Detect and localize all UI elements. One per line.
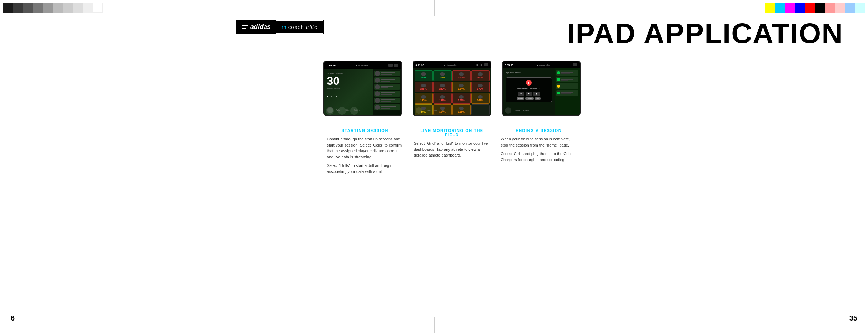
ss1-info-2	[381, 79, 399, 82]
ss2-avatar-cell-8	[478, 84, 483, 87]
swatch-dark-gray-2	[23, 3, 33, 13]
section-starting-session: STARTING SESSION Continue through the st…	[327, 128, 403, 174]
ss1-icons	[388, 64, 398, 67]
ss3-end-label-btn[interactable]: End	[535, 97, 540, 100]
ss1-panel-item-1	[374, 71, 400, 76]
ss1-panel-item-6	[374, 104, 400, 110]
ss2-avatar-cell-4	[478, 72, 483, 76]
swatch-black	[3, 3, 13, 13]
ss3-stop-btn[interactable]: ■	[533, 92, 540, 96]
reg-mark-left-bottom	[0, 328, 5, 333]
section-para-starting-2: Select "Drills" to start a drill and beg…	[327, 163, 403, 174]
ss2-avatar-cell-9	[421, 95, 426, 99]
ss3-restart-label-btn[interactable]: Restart	[517, 97, 524, 100]
section-body-starting: Continue through the start up screens an…	[327, 136, 403, 174]
ss2-value-4: 204%	[477, 76, 483, 79]
micoach-elite-text: elite	[306, 24, 318, 30]
ss1-panel-item-2	[374, 77, 400, 83]
ss3-right-item-2	[556, 77, 578, 82]
section-title-monitoring: LIVE MONITORING ON THE FIELD	[414, 128, 490, 137]
ss3-dialog: ! Do you want to end session? ↺ ▶ ■	[506, 77, 552, 102]
ss2-avatar-cell-15	[459, 107, 464, 110]
ss1-panel-item-5	[374, 98, 400, 103]
section-para-ending-2: Collect Cells and plug them into the Cel…	[501, 151, 577, 163]
ss2-adidas-icon	[416, 107, 422, 114]
ss3-wifi-icon	[573, 63, 577, 66]
reg-mark-right-bottom	[863, 328, 868, 333]
swatch-very-light-gray	[83, 3, 93, 13]
ss1-avatar-4	[375, 91, 380, 96]
screenshot-ending-session: 0:53:53 ▲ micoach elite System Status ! …	[502, 61, 581, 116]
ss1-info-6	[381, 106, 399, 109]
section-title-starting: STARTING SESSION	[327, 128, 403, 133]
ss3-restart-btn[interactable]: ↺	[518, 92, 524, 96]
ss1-timer: 0:00:00	[327, 64, 336, 67]
ss2-list-icon: ≡	[481, 63, 482, 67]
ss3-continue-label-btn[interactable]: Continue	[525, 97, 534, 100]
ss2-cell-6: 257%	[433, 82, 452, 92]
ss3-status-dot-4	[557, 92, 560, 94]
stripe-2	[242, 27, 247, 27]
ss2-cell-2: 59%	[433, 70, 452, 81]
ss2-setting-icon	[484, 63, 488, 66]
ss3-exclamation: !	[528, 81, 529, 84]
ss2-avatar-cell-6	[440, 84, 445, 87]
page-number-right: 35	[849, 314, 857, 322]
micoach-logo: micoach elite	[276, 21, 323, 33]
ss3-right-bars-2	[561, 79, 578, 81]
adidas-wordmark: adidas	[250, 23, 271, 31]
stripe-1	[242, 25, 248, 26]
ss3-logo-small: ▲ micoach elite	[537, 64, 550, 66]
ss1-number: 30	[327, 75, 370, 87]
ss1-bar-5a	[381, 99, 395, 100]
ss1-bottom-label-3: Settings	[354, 109, 360, 111]
color-bar-right	[765, 3, 865, 13]
center-divider-bottom	[434, 317, 435, 333]
brand-logo-area: adidas micoach elite	[236, 20, 324, 34]
ss1-dots: • • •	[327, 95, 370, 99]
ss2-cell-empty	[471, 104, 490, 115]
ss1-battery-icon	[394, 64, 398, 67]
section-title-ending: ENDING A SESSION	[501, 128, 577, 133]
ss1-bottom-label-2: Drills	[345, 109, 349, 111]
section-live-monitoring: LIVE MONITORING ON THE FIELD Select "Gri…	[414, 128, 490, 174]
ss1-avatar-5	[375, 98, 380, 103]
section-para-starting-1: Continue through the start up screens an…	[327, 136, 403, 160]
ss3-bar-r4b	[561, 93, 571, 94]
ss3-adidas-icon	[505, 107, 511, 114]
ss1-logo-small: ▲ micoach elite	[356, 64, 368, 66]
swatch-blue	[795, 3, 805, 13]
ss2-cell-1: 14%	[415, 70, 433, 81]
ss3-right-item-1	[556, 70, 578, 76]
ss2-cell-4: 204%	[471, 70, 490, 81]
ss2-value-9: 135%	[420, 99, 427, 102]
ss3-header: 0:53:53 ▲ micoach elite	[503, 61, 580, 68]
swatch-light-gray-1	[53, 3, 63, 13]
swatch-black-2	[815, 3, 825, 13]
ss2-avatar-cell-3	[459, 72, 464, 76]
ss3-right-bars-1	[561, 72, 578, 74]
ss1-header: 0:00:00 ▲ micoach elite	[324, 61, 401, 69]
swatch-lighter-pink	[835, 3, 845, 13]
swatch-red	[805, 3, 815, 13]
ss3-right-panel	[555, 68, 580, 116]
page-title: IPAD APPLICATION	[567, 17, 843, 50]
ss3-nav-icons	[573, 63, 577, 66]
ss3-restart-icon: ↺	[520, 92, 522, 95]
ss2-value-10: 183%	[439, 99, 446, 102]
ss1-bar-1b	[381, 74, 392, 75]
ss3-select-label: Select	[515, 109, 520, 112]
ss2-cell-7: 124%	[452, 82, 471, 92]
ss2-value-8: 179%	[477, 88, 483, 90]
section-ending-session: ENDING A SESSION When your training sess…	[501, 128, 577, 174]
ss3-play-btn[interactable]: ▶	[526, 92, 532, 96]
ss1-bar-5b	[381, 101, 391, 102]
page-number-left: 6	[11, 314, 15, 322]
ss2-value-7: 124%	[458, 88, 465, 90]
ss2-avatar-cell-11	[459, 95, 464, 99]
ss2-header: 3:31:32 ▲ micoach elite ⊞ ≡	[413, 61, 491, 68]
ss1-bar-2b	[381, 81, 390, 82]
ss2-cell-8: 179%	[471, 82, 490, 92]
ss2-value-11: 167%	[458, 99, 465, 102]
ss2-cell-9: 135%	[415, 93, 433, 104]
